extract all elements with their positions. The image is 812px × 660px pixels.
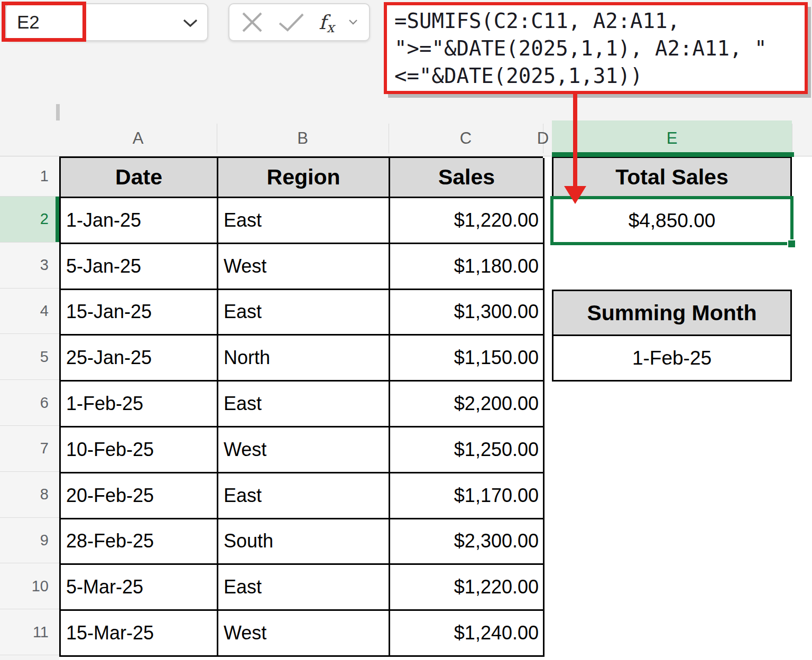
data-table: Date Region Sales 1-Jan-25 East $1,220.0… — [59, 156, 543, 657]
cell-b3[interactable]: West — [218, 244, 390, 290]
formula-line-3: <="&DATE(2025,1,31)) — [394, 62, 805, 90]
cell-b1[interactable]: Region — [218, 158, 390, 198]
row-header-9[interactable]: 9 — [0, 518, 59, 564]
row-header-1[interactable]: 1 — [0, 156, 59, 197]
formula-line-2: ">="&DATE(2025,1,1), A2:A11, " — [394, 35, 805, 62]
cell-a3[interactable]: 5-Jan-25 — [61, 244, 218, 290]
cell-c3[interactable]: $1,180.00 — [390, 244, 545, 290]
row-header-8[interactable]: 8 — [0, 472, 59, 518]
row-header-10[interactable]: 10 — [0, 563, 59, 609]
fx-f: f — [319, 11, 326, 34]
row-header-5[interactable]: 5 — [0, 334, 59, 380]
column-header-c[interactable]: C — [389, 120, 543, 156]
summing-month-box: Summing Month 1-Feb-25 — [552, 290, 792, 382]
cell-b9[interactable]: South — [218, 519, 390, 565]
cell-c7[interactable]: $1,250.00 — [390, 427, 545, 473]
column-header-d[interactable]: D — [534, 120, 552, 156]
row-header-band: 1 2 3 4 5 6 7 8 9 10 11 — [0, 156, 59, 656]
cancel-icon[interactable] — [241, 11, 263, 33]
cell-a9[interactable]: 28-Feb-25 — [61, 519, 218, 565]
row-header-11[interactable]: 11 — [0, 609, 59, 655]
selection-fill-handle[interactable] — [787, 239, 796, 248]
row-header-7[interactable]: 7 — [0, 426, 59, 472]
row-header-6[interactable]: 6 — [0, 380, 59, 426]
column-header-band: A B C D E — [0, 120, 812, 156]
cell-a2[interactable]: 1-Jan-25 — [61, 198, 218, 244]
row-header-3[interactable]: 3 — [0, 243, 59, 289]
excel-window: E2 fx =SUMIFS(C2:C11, A2:A11, ">="&DATE(… — [0, 0, 812, 660]
cell-c9[interactable]: $2,300.00 — [390, 519, 545, 565]
formula-line-1: =SUMIFS(C2:C11, A2:A11, — [394, 7, 805, 35]
annotation-name-box-highlight — [2, 2, 86, 42]
cell-a4[interactable]: 15-Jan-25 — [61, 290, 218, 336]
cell-b6[interactable]: East — [218, 382, 390, 427]
cell-e1-total-sales-header[interactable]: Total Sales — [552, 156, 792, 198]
column-header-b[interactable]: B — [217, 120, 389, 156]
selected-column-underline — [552, 152, 794, 157]
cell-b10[interactable]: East — [218, 565, 390, 611]
cell-b7[interactable]: West — [218, 427, 390, 473]
chevron-down-icon[interactable] — [183, 19, 198, 27]
cell-b4[interactable]: East — [218, 290, 390, 336]
row-header-2-selected[interactable]: 2 — [0, 197, 59, 243]
cell-b8[interactable]: East — [218, 473, 390, 519]
cell-a8[interactable]: 20-Feb-25 — [61, 473, 218, 519]
selected-row-bar — [56, 197, 59, 242]
cell-a11[interactable]: 15-Mar-25 — [61, 611, 218, 657]
cell-e5-summing-month-value[interactable]: 1-Feb-25 — [553, 336, 790, 380]
row-header-4[interactable]: 4 — [0, 289, 59, 334]
annotation-arrow-head — [564, 186, 586, 204]
cell-c11[interactable]: $1,240.00 — [390, 611, 545, 657]
fx-x: x — [327, 20, 335, 35]
column-header-e-selected[interactable]: E — [552, 120, 792, 156]
formula-bar-buttons: fx — [228, 3, 370, 41]
column-header-a[interactable]: A — [59, 120, 217, 156]
formula-bar-input[interactable]: =SUMIFS(C2:C11, A2:A11, ">="&DATE(2025,1… — [384, 2, 808, 94]
column-separator — [792, 124, 792, 153]
cell-c5[interactable]: $1,150.00 — [390, 336, 545, 382]
cell-a5[interactable]: 25-Jan-25 — [61, 336, 218, 382]
cell-c10[interactable]: $1,220.00 — [390, 565, 545, 611]
cell-b2[interactable]: East — [218, 198, 390, 244]
cell-a1[interactable]: Date — [61, 158, 218, 198]
annotation-arrow-line — [573, 94, 577, 187]
enter-check-icon[interactable] — [278, 13, 304, 32]
cell-c1[interactable]: Sales — [390, 158, 545, 198]
cell-c4[interactable]: $1,300.00 — [390, 290, 545, 336]
cell-a6[interactable]: 1-Feb-25 — [61, 382, 218, 427]
cell-c2[interactable]: $1,220.00 — [390, 198, 545, 244]
cell-c6[interactable]: $2,200.00 — [390, 382, 545, 427]
cell-c8[interactable]: $1,170.00 — [390, 473, 545, 519]
cell-a7[interactable]: 10-Feb-25 — [61, 427, 218, 473]
cell-b5[interactable]: North — [218, 336, 390, 382]
chevron-down-small-icon[interactable] — [349, 20, 357, 25]
cell-e2-selected[interactable]: $4,850.00 — [550, 196, 793, 245]
row-2-label: 2 — [40, 210, 49, 228]
cell-a10[interactable]: 5-Mar-25 — [61, 565, 218, 611]
cell-b11[interactable]: West — [218, 611, 390, 657]
insert-function-icon[interactable]: fx — [319, 11, 334, 34]
cell-e4-summing-month-header[interactable]: Summing Month — [553, 291, 790, 336]
